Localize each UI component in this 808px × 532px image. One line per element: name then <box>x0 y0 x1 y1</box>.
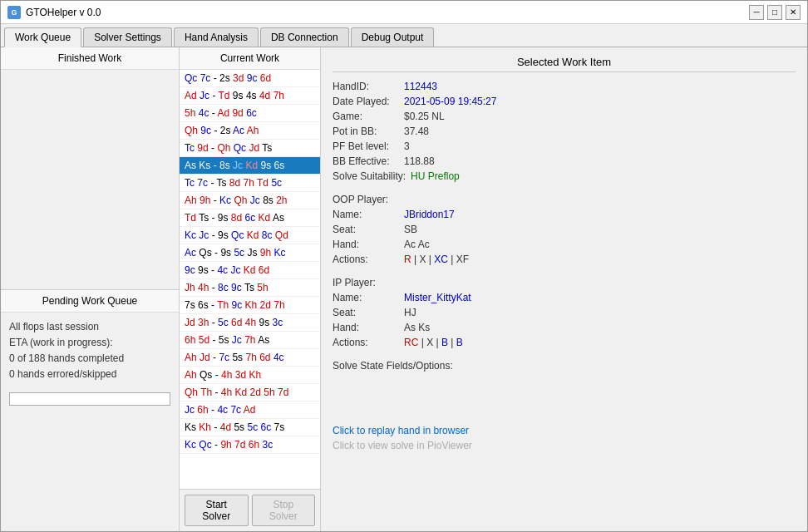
oop-seat-label: Seat: <box>333 224 399 235</box>
pf-label: PF Bet level: <box>333 140 399 152</box>
date-label: Date Played: <box>333 96 399 107</box>
hand-id-row: HandID: 112443 <box>333 81 796 92</box>
date-row: Date Played: 2021-05-09 19:45:27 <box>333 96 796 107</box>
oop-action-r: R <box>404 254 411 265</box>
minimize-button[interactable]: ─ <box>749 5 764 20</box>
ip-actions-row: Actions: RC | X | B | B <box>333 337 796 348</box>
ip-section-title: IP Player: <box>333 277 796 288</box>
hand-id-label: HandID: <box>333 81 399 92</box>
oop-action-xc: XC <box>434 254 448 265</box>
list-item[interactable]: Jh 4h - 8c 9c Ts 5h <box>180 279 320 297</box>
list-item[interactable]: Ks Kh - 4d 5s 5c 6c 7s <box>180 419 320 436</box>
ip-action-x: X <box>426 337 433 348</box>
list-item[interactable]: Ad Jc - Td 9s 4s 4d 7h <box>180 87 320 105</box>
list-item[interactable]: 5h 4c - Ad 9d 6c <box>180 105 320 122</box>
close-button[interactable]: ✕ <box>786 5 801 20</box>
game-label: Game: <box>333 111 399 122</box>
pending-section: Pending Work Queue All flops last sessio… <box>1 290 179 532</box>
list-item[interactable]: Kc Jc - 9s Qc Kd 8c Qd <box>180 227 320 244</box>
list-item[interactable]: Kc Qc - 9h 7d 6h 3c <box>180 436 320 454</box>
ip-actions-value: RC | X | B | B <box>404 337 463 348</box>
oop-hand-label: Hand: <box>333 239 399 250</box>
list-item[interactable]: As Ks - 8s Jc Kd 9s 6s <box>180 157 320 175</box>
start-solver-button[interactable]: Start Solver <box>185 495 249 526</box>
replay-hand-link[interactable]: Click to replay hand in browser <box>333 425 469 436</box>
ip-hand-value: As Ks <box>404 322 430 333</box>
list-item[interactable]: Ah Jd - 7c 5s 7h 6d 4c <box>180 349 320 367</box>
main-content: Finished Work Pending Work Queue All flo… <box>1 47 807 531</box>
list-item[interactable]: Jc 6h - 4c 7c Ad <box>180 401 320 419</box>
pending-header: Pending Work Queue <box>1 290 179 313</box>
pot-value: 37.48 <box>404 126 429 137</box>
list-item[interactable]: Qc 7c - 2s 3d 9c 6d <box>180 70 320 87</box>
ip-action-b1: B <box>441 337 448 348</box>
tab-hand-analysis[interactable]: Hand Analysis <box>174 27 259 47</box>
list-item[interactable]: 7s 6s - Th 9c Kh 2d 7h <box>180 297 320 314</box>
main-window: G GTOHelper v 0.0 ─ □ ✕ Work Queue Solve… <box>0 0 808 532</box>
list-item[interactable]: Qh 9c - 2s Ac Ah <box>180 122 320 140</box>
list-item[interactable]: Ah Qs - 4h 3d Kh <box>180 367 320 384</box>
ip-seat-row: Seat: HJ <box>333 307 796 318</box>
oop-hand-value: Ac Ac <box>404 239 430 250</box>
ip-name-row: Name: Mister_KittyKat <box>333 292 796 303</box>
oop-seat-row: Seat: SB <box>333 224 796 235</box>
solve-suitability-label: Solve Suitability: <box>333 170 406 182</box>
tab-db-connection[interactable]: DB Connection <box>260 27 349 47</box>
oop-hand-row: Hand: Ac Ac <box>333 239 796 250</box>
ip-name-value: Mister_KittyKat <box>404 292 471 303</box>
finished-work-header: Finished Work <box>1 47 179 70</box>
bb-label: BB Effective: <box>333 155 399 167</box>
list-item[interactable]: Ac Qs - 9s 5c Js 9h Kc <box>180 244 320 262</box>
pioviewer-link[interactable]: Click to view solve in PioViewer <box>333 440 472 451</box>
game-value: $0.25 NL <box>404 111 445 122</box>
tab-solver-settings[interactable]: Solver Settings <box>83 27 172 47</box>
pot-row: Pot in BB: 37.48 <box>333 126 796 137</box>
hand-list[interactable]: Qc 7c - 2s 3d 9c 6dAd Jc - Td 9s 4s 4d 7… <box>180 70 320 489</box>
bb-value: 118.88 <box>404 155 435 167</box>
stop-solver-button[interactable]: Stop Solver <box>252 495 316 526</box>
ip-seat-label: Seat: <box>333 307 399 318</box>
list-item[interactable]: 9c 9s - 4c Jc Kd 6d <box>180 262 320 279</box>
list-item[interactable]: Qh Th - 4h Kd 2d 5h 7d <box>180 384 320 401</box>
list-item[interactable]: Tc 7c - Ts 8d 7h Td 5c <box>180 175 320 192</box>
title-bar-controls: ─ □ ✕ <box>749 5 801 20</box>
oop-action-x: X <box>419 254 426 265</box>
hand-id-value: 112443 <box>404 81 437 92</box>
pending-info: All flops last session ETA (work in prog… <box>1 313 179 390</box>
oop-section-title: OOP Player: <box>333 194 796 205</box>
oop-name-value: JBriddon17 <box>404 209 455 220</box>
app-icon: G <box>7 6 21 19</box>
ip-action-rc: RC <box>404 337 418 348</box>
tab-work-queue[interactable]: Work Queue <box>4 27 81 47</box>
pending-eta: ETA (work in progress): <box>9 335 170 351</box>
middle-panel: Current Work Qc 7c - 2s 3d 9c 6dAd Jc - … <box>180 47 321 531</box>
pf-row: PF Bet level: 3 <box>333 140 796 152</box>
solve-suitability-value: HU Preflop <box>411 170 460 182</box>
pending-session: All flops last session <box>9 319 170 335</box>
left-panel: Finished Work Pending Work Queue All flo… <box>1 47 180 531</box>
app-icon-label: G <box>11 8 17 17</box>
game-row: Game: $0.25 NL <box>333 111 796 122</box>
ip-seat-value: HJ <box>404 307 416 318</box>
ip-actions-label: Actions: <box>333 337 399 348</box>
pf-value: 3 <box>404 140 410 152</box>
title-bar: G GTOHelper v 0.0 ─ □ ✕ <box>1 1 807 24</box>
list-item[interactable]: Td Ts - 9s 8d 6c Kd As <box>180 209 320 227</box>
right-panel: Selected Work Item HandID: 112443 Date P… <box>321 47 807 531</box>
oop-actions-row: Actions: R | X | XC | XF <box>333 254 796 265</box>
list-item[interactable]: Jd 3h - 5c 6d 4h 9s 3c <box>180 314 320 332</box>
oop-name-label: Name: <box>333 209 399 220</box>
maximize-button[interactable]: □ <box>767 5 782 20</box>
ip-name-label: Name: <box>333 292 399 303</box>
window-title: GTOHelper v 0.0 <box>26 7 101 18</box>
current-work-header: Current Work <box>180 47 320 70</box>
ip-action-b2: B <box>456 337 463 348</box>
bb-row: BB Effective: 118.88 <box>333 155 796 167</box>
list-item[interactable]: Tc 9d - Qh Qc Jd Ts <box>180 140 320 157</box>
list-item[interactable]: 6h 5d - 5s Jc 7h As <box>180 332 320 349</box>
tab-bar: Work Queue Solver Settings Hand Analysis… <box>1 24 807 47</box>
oop-name-row: Name: JBriddon17 <box>333 209 796 220</box>
tab-debug-output[interactable]: Debug Output <box>351 27 435 47</box>
list-item[interactable]: Ah 9h - Kc Qh Jc 8s 2h <box>180 192 320 209</box>
solve-suitability-row: Solve Suitability: HU Preflop <box>333 170 796 182</box>
